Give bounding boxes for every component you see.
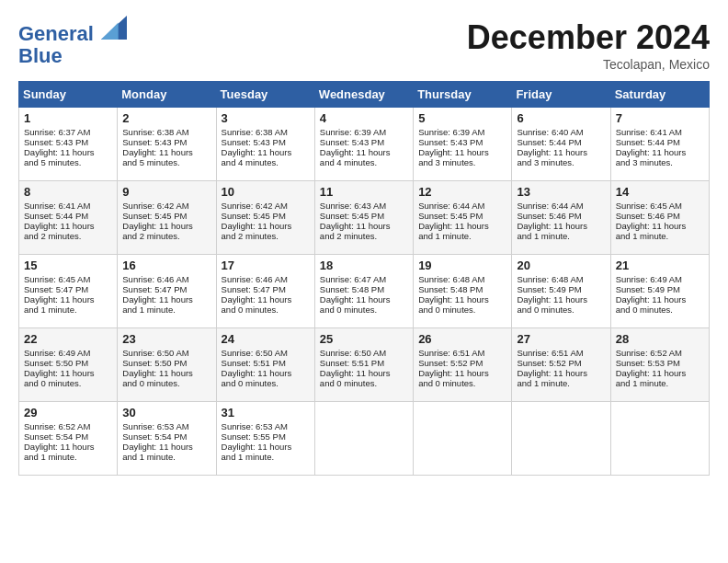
cell-info-line: and 4 minutes. — [320, 157, 408, 167]
cell-info-line: and 5 minutes. — [24, 157, 112, 167]
calendar-cell: 18Sunrise: 6:47 AMSunset: 5:48 PMDayligh… — [314, 255, 413, 328]
cell-info-line: Sunset: 5:45 PM — [222, 211, 310, 221]
cell-info-line: Sunset: 5:55 PM — [222, 431, 310, 442]
cell-info-line: and 1 minute. — [24, 304, 112, 315]
cell-info-line: and 2 minutes. — [222, 231, 310, 241]
cell-info-line: Daylight: 11 hours — [418, 221, 506, 231]
calendar-cell: 10Sunrise: 6:42 AMSunset: 5:45 PMDayligh… — [216, 181, 314, 255]
cell-info-line: Sunset: 5:47 PM — [122, 284, 210, 294]
calendar-cell: 17Sunrise: 6:46 AMSunset: 5:47 PMDayligh… — [216, 255, 314, 328]
cell-info-line: and 3 minutes. — [418, 157, 506, 167]
day-number: 2 — [122, 111, 210, 125]
cell-info-line: Daylight: 11 hours — [320, 147, 408, 157]
cell-info-line: Sunset: 5:51 PM — [320, 358, 408, 368]
calendar-cell: 29Sunrise: 6:52 AMSunset: 5:54 PMDayligh… — [19, 402, 118, 476]
cell-info-line: Sunset: 5:46 PM — [517, 211, 605, 221]
cell-info-line: Daylight: 11 hours — [418, 147, 506, 157]
calendar-cell: 23Sunrise: 6:50 AMSunset: 5:50 PMDayligh… — [118, 328, 216, 402]
calendar-cell: 6Sunrise: 6:40 AMSunset: 5:44 PMDaylight… — [512, 108, 610, 181]
cell-info-line: Daylight: 11 hours — [418, 368, 506, 378]
cell-info-line: Sunrise: 6:52 AM — [24, 421, 112, 431]
cell-info-line: and 1 minute. — [122, 452, 210, 462]
cell-info-line: and 0 minutes. — [320, 304, 408, 315]
cell-info-line: Sunrise: 6:39 AM — [320, 127, 408, 137]
title-block: December 2024 Tecolapan, Mexico — [467, 18, 710, 72]
calendar-cell: 4Sunrise: 6:39 AMSunset: 5:43 PMDaylight… — [314, 108, 413, 181]
calendar-cell: 3Sunrise: 6:38 AMSunset: 5:43 PMDaylight… — [216, 108, 314, 181]
day-number: 19 — [418, 259, 506, 272]
calendar-cell: 22Sunrise: 6:49 AMSunset: 5:50 PMDayligh… — [19, 328, 118, 402]
day-number: 28 — [616, 332, 704, 346]
cell-info-line: Daylight: 11 hours — [24, 294, 112, 304]
cell-info-line: and 0 minutes. — [418, 304, 506, 315]
day-number: 20 — [517, 259, 605, 272]
cell-info-line: Sunrise: 6:44 AM — [418, 201, 506, 211]
cell-info-line: Sunrise: 6:43 AM — [320, 201, 408, 211]
cell-info-line: and 2 minutes. — [24, 231, 112, 241]
cell-info-line: Sunrise: 6:38 AM — [222, 127, 310, 137]
calendar-week-row: 15Sunrise: 6:45 AMSunset: 5:47 PMDayligh… — [19, 255, 710, 328]
cell-info-line: and 0 minutes. — [418, 378, 506, 388]
logo-general: General — [18, 22, 94, 45]
cell-info-line: and 1 minute. — [222, 452, 310, 462]
calendar-cell — [314, 402, 413, 476]
cell-info-line: Daylight: 11 hours — [418, 294, 506, 304]
cell-info-line: Sunrise: 6:45 AM — [616, 201, 704, 211]
cell-info-line: Sunrise: 6:41 AM — [616, 127, 704, 137]
calendar-cell: 1Sunrise: 6:37 AMSunset: 5:43 PMDaylight… — [19, 108, 118, 181]
calendar-cell: 27Sunrise: 6:51 AMSunset: 5:52 PMDayligh… — [512, 328, 610, 402]
day-number: 30 — [122, 406, 210, 419]
cell-info-line: Daylight: 11 hours — [222, 221, 310, 231]
day-number: 24 — [222, 332, 310, 346]
cell-info-line: Sunset: 5:43 PM — [320, 137, 408, 147]
cell-info-line: and 3 minutes. — [517, 157, 605, 167]
cell-info-line: Sunset: 5:45 PM — [320, 211, 408, 221]
cell-info-line: Sunrise: 6:37 AM — [24, 127, 112, 137]
day-number: 21 — [616, 259, 704, 272]
day-number: 9 — [122, 185, 210, 199]
cell-info-line: Sunset: 5:51 PM — [222, 358, 310, 368]
cell-info-line: and 0 minutes. — [517, 304, 605, 315]
cell-info-line: and 3 minutes. — [616, 157, 704, 167]
day-number: 17 — [222, 259, 310, 272]
cell-info-line: Daylight: 11 hours — [517, 294, 605, 304]
day-number: 13 — [517, 185, 605, 199]
calendar-week-row: 29Sunrise: 6:52 AMSunset: 5:54 PMDayligh… — [19, 402, 710, 476]
cell-info-line: and 4 minutes. — [222, 157, 310, 167]
cell-info-line: Daylight: 11 hours — [24, 368, 112, 378]
calendar-cell — [610, 402, 709, 476]
logo-icon — [101, 15, 127, 40]
calendar-cell: 16Sunrise: 6:46 AMSunset: 5:47 PMDayligh… — [118, 255, 216, 328]
day-number: 23 — [122, 332, 210, 346]
cell-info-line: Daylight: 11 hours — [616, 368, 704, 378]
cell-info-line: Sunrise: 6:49 AM — [24, 348, 112, 358]
cell-info-line: and 1 minute. — [517, 231, 605, 241]
cell-info-line: Daylight: 11 hours — [320, 221, 408, 231]
cell-info-line: Sunrise: 6:51 AM — [517, 348, 605, 358]
cell-info-line: Daylight: 11 hours — [222, 147, 310, 157]
cell-info-line: Sunset: 5:43 PM — [222, 137, 310, 147]
cell-info-line: and 0 minutes. — [222, 304, 310, 315]
cell-info-line: Daylight: 11 hours — [320, 294, 408, 304]
weekday-header: Saturday — [610, 82, 709, 108]
day-number: 18 — [320, 259, 408, 272]
cell-info-line: Sunset: 5:54 PM — [24, 431, 112, 442]
cell-info-line: Daylight: 11 hours — [24, 221, 112, 231]
cell-info-line: Sunset: 5:44 PM — [616, 137, 704, 147]
cell-info-line: Daylight: 11 hours — [222, 442, 310, 452]
cell-info-line: Daylight: 11 hours — [616, 294, 704, 304]
calendar-cell: 24Sunrise: 6:50 AMSunset: 5:51 PMDayligh… — [216, 328, 314, 402]
day-number: 7 — [616, 111, 704, 125]
cell-info-line: Sunset: 5:47 PM — [222, 284, 310, 294]
day-number: 26 — [418, 332, 506, 346]
weekday-header: Tuesday — [216, 82, 314, 108]
weekday-header: Monday — [118, 82, 216, 108]
cell-info-line: and 0 minutes. — [616, 304, 704, 315]
calendar-table: SundayMondayTuesdayWednesdayThursdayFrid… — [18, 81, 710, 476]
calendar-cell: 5Sunrise: 6:39 AMSunset: 5:43 PMDaylight… — [414, 108, 512, 181]
cell-info-line: Sunrise: 6:41 AM — [24, 201, 112, 211]
cell-info-line: Sunset: 5:52 PM — [517, 358, 605, 368]
calendar-cell: 30Sunrise: 6:53 AMSunset: 5:54 PMDayligh… — [118, 402, 216, 476]
cell-info-line: Sunrise: 6:45 AM — [24, 274, 112, 284]
calendar-cell: 12Sunrise: 6:44 AMSunset: 5:45 PMDayligh… — [414, 181, 512, 255]
